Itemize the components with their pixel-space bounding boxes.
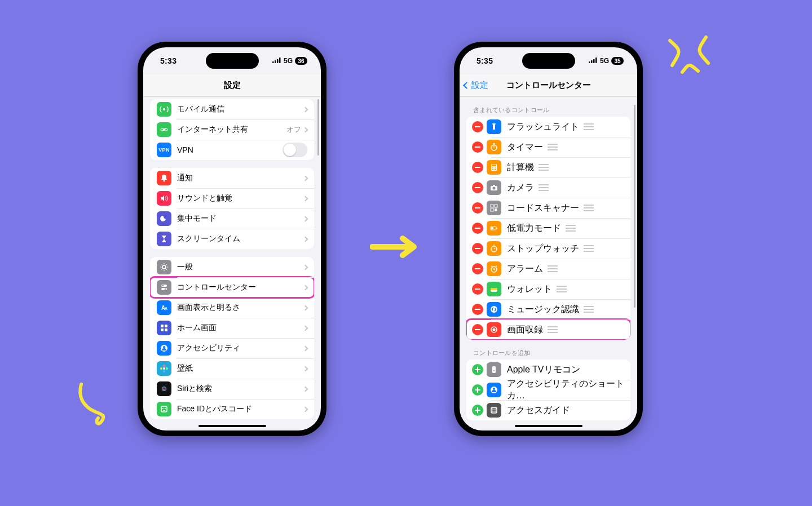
reorder-handle[interactable] (584, 245, 594, 252)
add-button[interactable] (472, 405, 483, 416)
sliders-icon (157, 280, 171, 295)
svg-text:A: A (165, 307, 167, 310)
svg-point-43 (495, 167, 496, 168)
settings-row[interactable]: AA画面表示と明るさ (150, 298, 314, 318)
reorder-handle[interactable] (566, 225, 576, 232)
chevron-right-icon (303, 386, 308, 392)
reorder-handle[interactable] (548, 144, 558, 150)
settings-row[interactable]: 集中モード (150, 208, 314, 229)
svg-point-68 (493, 388, 495, 390)
remove-button[interactable] (472, 263, 483, 274)
qr-icon (487, 201, 501, 215)
remove-button[interactable] (472, 121, 483, 132)
svg-rect-56 (491, 227, 493, 229)
remove-button[interactable] (472, 283, 483, 295)
svg-rect-15 (161, 325, 164, 327)
svg-rect-0 (272, 61, 274, 63)
chevron-left-icon (463, 82, 470, 89)
back-label: 設定 (471, 80, 488, 91)
svg-point-23 (163, 370, 165, 372)
control-row[interactable]: Apple TVリモコン (466, 359, 630, 380)
svg-rect-55 (497, 228, 498, 229)
remove-button[interactable] (472, 162, 483, 173)
row-label: VPN (177, 145, 283, 154)
control-row[interactable]: ミュージック認識 (466, 299, 630, 319)
reorder-handle[interactable] (548, 265, 558, 272)
wallet-icon (487, 282, 501, 296)
control-row[interactable]: 低電力モード (466, 218, 630, 238)
reorder-handle[interactable] (584, 306, 594, 313)
svg-rect-60 (491, 287, 497, 288)
remove-button[interactable] (472, 324, 483, 335)
reorder-handle[interactable] (584, 123, 594, 130)
control-row[interactable]: アクセスガイド (466, 400, 630, 420)
remove-button[interactable] (472, 243, 483, 254)
control-row[interactable]: 画面収録 (466, 319, 630, 340)
svg-point-46 (495, 169, 496, 170)
text-icon: AA (157, 300, 171, 315)
settings-row[interactable]: VPNVPN (150, 140, 314, 160)
remote-icon (487, 362, 501, 377)
control-row[interactable]: アラーム (466, 259, 630, 279)
svg-point-64 (493, 329, 496, 331)
remove-button[interactable] (472, 223, 483, 234)
reorder-handle[interactable] (539, 184, 549, 191)
remove-button[interactable] (472, 141, 483, 153)
settings-row[interactable]: サウンドと触覚 (150, 188, 314, 208)
add-button[interactable] (472, 384, 483, 396)
chevron-right-icon (303, 127, 308, 132)
control-row[interactable]: 計算機 (466, 157, 630, 177)
svg-point-45 (493, 169, 495, 170)
scrollbar[interactable] (634, 105, 636, 308)
svg-rect-10 (161, 288, 167, 290)
toggle[interactable] (283, 143, 307, 157)
settings-row[interactable]: ホーム画面 (150, 318, 314, 338)
reorder-handle[interactable] (539, 164, 549, 171)
remove-button[interactable] (472, 304, 483, 315)
row-label: アクセシビリティのショートカ… (507, 378, 625, 402)
settings-row[interactable]: モバイル通信 (150, 99, 314, 119)
settings-row[interactable]: 通知 (150, 168, 314, 188)
row-label: Face IDとパスコード (177, 404, 303, 414)
settings-row[interactable]: Siriと検索 (150, 379, 314, 399)
back-button[interactable]: 設定 (464, 80, 488, 91)
reorder-handle[interactable] (557, 286, 567, 292)
settings-row[interactable]: 一般 (150, 257, 314, 277)
settings-row[interactable]: Face IDとパスコード (150, 399, 314, 419)
control-row[interactable]: ストップウォッチ (466, 238, 630, 259)
settings-row[interactable]: アクセシビリティ (150, 338, 314, 358)
person-icon (157, 341, 171, 356)
svg-point-26 (161, 385, 167, 392)
add-button[interactable] (472, 364, 483, 375)
scrollbar[interactable] (317, 99, 319, 156)
control-row[interactable]: アクセシビリティのショートカ… (466, 380, 630, 400)
status-time: 5:33 (160, 56, 176, 65)
chevron-right-icon (303, 325, 308, 331)
svg-rect-1 (275, 60, 276, 63)
flashlight-icon (487, 119, 501, 134)
control-row[interactable]: フラッシュライト (466, 117, 630, 137)
row-label: サウンドと触覚 (177, 193, 303, 203)
remove-button[interactable] (472, 182, 483, 193)
control-row[interactable]: カメラ (466, 177, 630, 198)
bell-icon (157, 171, 171, 185)
row-label: コードスキャナー (507, 202, 579, 214)
reorder-handle[interactable] (584, 205, 594, 211)
settings-row[interactable]: インターネット共有オフ (150, 119, 314, 140)
settings-row[interactable]: スクリーンタイム (150, 229, 314, 249)
svg-rect-2 (277, 59, 279, 63)
reorder-handle[interactable] (548, 326, 558, 333)
moon-icon (157, 211, 171, 226)
settings-row[interactable]: 壁紙 (150, 358, 314, 379)
battery-icon (487, 221, 501, 236)
remove-button[interactable] (472, 202, 483, 214)
control-row[interactable]: コードスキャナー (466, 198, 630, 218)
link-icon (157, 122, 171, 137)
row-label: 計算機 (507, 162, 534, 174)
phone-control-center: 5:35 5G 35 設定 コントロールセンター 含まれているコ (454, 42, 643, 436)
row-label: コントロールセンター (177, 282, 303, 292)
control-row[interactable]: タイマー (466, 137, 630, 157)
svg-point-21 (163, 367, 165, 370)
settings-row[interactable]: コントロールセンター (150, 277, 314, 298)
control-row[interactable]: ウォレット (466, 279, 630, 299)
